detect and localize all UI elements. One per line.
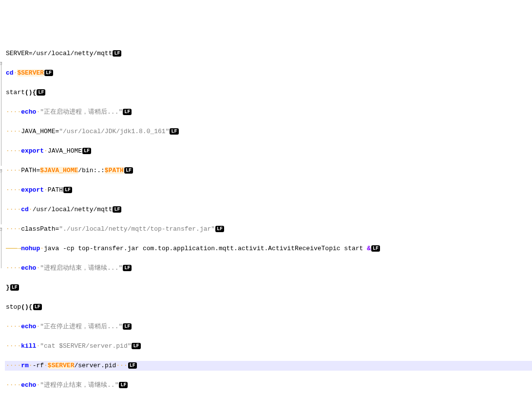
code-line: ····kill·"cat $SERVER/server.pid"LF bbox=[5, 341, 532, 351]
fold-line bbox=[1, 64, 1, 166]
code-line: stop(){LF bbox=[5, 302, 532, 312]
code-line: }LF bbox=[5, 283, 532, 293]
fold-line bbox=[1, 230, 1, 268]
fold-line bbox=[1, 172, 1, 224]
code-line: ····JAVA_HOME="/usr/local/JDK/jdk1.8.0_1… bbox=[5, 127, 532, 137]
code-line: ····PATH=$JAVA_HOME/bin:.:$PATHLF bbox=[5, 166, 532, 176]
code-line: ····echo·"正在停止进程，请稍后..."LF bbox=[5, 322, 532, 332]
code-line-highlighted: ····rm·-rf·$SERVER/server.pid···LF bbox=[5, 361, 532, 371]
code-line: ····export·JAVA_HOMELF bbox=[5, 146, 532, 156]
code-line: ····export·PATHLF bbox=[5, 185, 532, 195]
code-line: ····classPath="./usr/local/netty/mqtt/to… bbox=[5, 224, 532, 234]
code-line: ····echo·"进程启动结束，请继续..."LF bbox=[5, 263, 532, 273]
code-line: start(){LF bbox=[5, 88, 532, 98]
code-line: ····echo·"正在启动进程，请稍后..."LF bbox=[5, 107, 532, 117]
code-line: ····cd·/usr/local/netty/mqttLF bbox=[5, 205, 532, 215]
code-line: ───→nohup·java -cp top-transfer.jar com.… bbox=[5, 244, 532, 254]
code-area[interactable]: SERVER=/usr/local/netty/mqttLF cd·$SERVE… bbox=[5, 39, 532, 396]
fold-gutter: ⊟ ⊟ ⊟ bbox=[0, 39, 5, 396]
code-editor: ⊟ ⊟ ⊟ SERVER=/usr/local/netty/mqttLF cd·… bbox=[0, 39, 532, 396]
code-line: ····echo·"进程停止结束，请继续.."LF bbox=[5, 380, 532, 390]
code-line: SERVER=/usr/local/netty/mqttLF bbox=[5, 49, 532, 59]
code-line: cd·$SERVERLF bbox=[5, 68, 532, 78]
